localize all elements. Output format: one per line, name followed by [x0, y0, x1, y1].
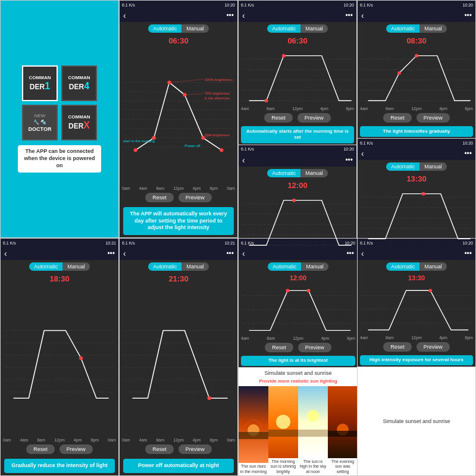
graph-line-p3	[249, 56, 352, 101]
ann-text-2b: in the afternoon	[204, 96, 230, 100]
sunset-images: The sun rises in the morning The morning…	[239, 386, 358, 475]
preview-button-p5b[interactable]: Preview	[298, 343, 331, 352]
graph-svg-p5b	[242, 284, 354, 335]
placeholder-text: Simulate sunset and sunrise	[380, 416, 452, 427]
app-header-p4: ‹ •••	[358, 9, 475, 22]
app-header-p5: ‹ •••	[239, 154, 356, 167]
graph-line-p5b	[249, 290, 350, 330]
back-button-p8[interactable]: ‹	[123, 249, 126, 258]
more-button-p8[interactable]: •••	[226, 249, 234, 258]
reset-button-p3[interactable]: Reset	[264, 113, 293, 123]
more-button-p4[interactable]: •••	[464, 11, 472, 20]
preview-button-p7[interactable]: Preview	[60, 444, 93, 454]
manual-mode-p8[interactable]: Manual	[181, 262, 209, 271]
reset-button-p4[interactable]: Reset	[383, 113, 412, 123]
status-bar-p5: 6.1 K/s 10:20	[239, 145, 356, 154]
auto-mode-p7[interactable]: Automatic	[29, 262, 62, 271]
reset-button-p7[interactable]: Reset	[26, 444, 55, 454]
more-button-p6[interactable]: •••	[464, 149, 472, 158]
dot-night	[220, 148, 223, 152]
dot-start	[134, 148, 137, 152]
reset-button-p5b[interactable]: Reset	[265, 343, 293, 352]
more-button-p5[interactable]: •••	[345, 156, 353, 164]
reset-button-p8[interactable]: Reset	[145, 444, 174, 454]
back-button-p6[interactable]: ‹	[361, 149, 364, 158]
auto-mode-p6b[interactable]: Automatic	[386, 262, 419, 271]
reset-preview-p7: Reset Preview	[1, 444, 118, 454]
sunset-bg-2	[268, 386, 298, 458]
sunset-bg-4	[328, 386, 358, 458]
preview-button-p4[interactable]: Preview	[416, 113, 450, 123]
manual-mode-p6[interactable]: Manual	[419, 162, 447, 171]
main-grid: COMMAN DER1 COMMAN DER4 NEW 🔧🔩 DOCTOR	[0, 0, 476, 476]
preview-button-p2[interactable]: Preview	[178, 193, 212, 202]
auto-mode-p2[interactable]: Automatic	[148, 24, 181, 33]
graph-labels-p3: 4am8am12pm4pm8pm	[239, 107, 356, 111]
panel-4: 6.1 K/s 10:20 ‹ ••• Automatic Manual 08:…	[358, 1, 475, 139]
manual-mode-p6b[interactable]: Manual	[419, 262, 447, 271]
app-icon-commander4[interactable]: COMMAN DER4	[61, 65, 97, 101]
auto-mode-p5[interactable]: Automatic	[267, 169, 300, 177]
dot-p8-1	[208, 396, 211, 400]
dot-p3-1	[265, 99, 268, 102]
auto-mode-p8[interactable]: Automatic	[148, 262, 181, 271]
back-button-p4[interactable]: ‹	[361, 11, 364, 20]
graph-line-p6b	[368, 290, 469, 330]
mode-toggle-p4: Automatic Manual	[358, 24, 475, 33]
graph-area-p5b	[239, 283, 358, 336]
back-button-p2[interactable]: ‹	[123, 11, 126, 20]
back-button-p3[interactable]: ‹	[242, 11, 245, 20]
caption-p3: Automatically starts after the morning t…	[241, 126, 354, 143]
panel-6b: 6.1 K/s 10:20 ‹ ••• Automatic Manual 13:…	[358, 239, 475, 367]
ann-line-2	[184, 93, 203, 95]
reset-preview-p5b: Reset Preview	[239, 343, 358, 352]
more-button-p3[interactable]: •••	[345, 11, 353, 20]
panel-7: 6.1 K/s 10:21 ‹ ••• Automatic Manual 18:…	[0, 238, 119, 476]
manual-mode-p7[interactable]: Manual	[62, 262, 90, 271]
dot-p3-2	[282, 54, 286, 58]
graph-area-p3	[239, 46, 356, 107]
mode-toggle-p6: Automatic Manual	[358, 162, 475, 171]
auto-mode-p5b[interactable]: Automatic	[268, 262, 301, 271]
app-icon-doctor[interactable]: NEW 🔧🔩 DOCTOR	[22, 105, 58, 140]
caption-p6b: High intensity exposure for several hour…	[360, 355, 473, 365]
manual-mode-p2[interactable]: Manual	[181, 24, 209, 33]
auto-mode-p3[interactable]: Automatic	[267, 24, 300, 33]
app-header-p6b: ‹ •••	[358, 247, 475, 260]
graph-area-p6b	[358, 283, 475, 336]
app-icon-commanderx[interactable]: COMMAN DERX	[61, 105, 97, 140]
preview-button-p6b[interactable]: Preview	[416, 342, 450, 352]
manual-mode-p5[interactable]: Manual	[300, 169, 328, 177]
back-button-p7[interactable]: ‹	[4, 249, 7, 258]
graph-area-p7	[1, 284, 118, 438]
manual-mode-p3[interactable]: Manual	[300, 24, 328, 33]
preview-button-p3[interactable]: Preview	[298, 113, 331, 123]
more-button-p7[interactable]: •••	[107, 249, 115, 258]
ann-line-1	[170, 79, 203, 82]
auto-mode-p6[interactable]: Automatic	[386, 162, 419, 171]
time-display-p3: 06:30	[239, 36, 356, 45]
graph-line-p5	[249, 200, 352, 245]
panel-8: 6.1 K/s 10:21 ‹ ••• Automatic Manual 21:…	[119, 238, 238, 476]
bottom-right-col2: 6.1 K/s 10:20 ‹ ••• Automatic Manual 13:…	[357, 238, 476, 476]
back-button-p6b[interactable]: ‹	[361, 249, 364, 258]
app-icon-commander1[interactable]: COMMAN DER1	[22, 65, 58, 101]
reset-button-p6b[interactable]: Reset	[383, 342, 412, 352]
more-button-p6b[interactable]: •••	[464, 249, 472, 258]
manual-mode-p4[interactable]: Manual	[419, 24, 447, 33]
dot-p5b-2	[307, 289, 311, 292]
reset-button-p2[interactable]: Reset	[145, 193, 174, 202]
dot-p6-1	[422, 192, 425, 196]
preview-button-p8[interactable]: Preview	[178, 444, 212, 454]
time-display-p7: 18:30	[1, 274, 118, 283]
sunset-caption-4: The evening sun was setting	[328, 458, 358, 475]
graph-area-p2: 100% brightness at noon 70% brightness i…	[120, 46, 237, 186]
back-button-p5[interactable]: ‹	[242, 155, 245, 165]
sunset-img-1: The sun rises in the morning	[239, 386, 268, 475]
time-display-p4: 08:30	[358, 36, 475, 45]
more-button-p2[interactable]: •••	[226, 11, 234, 20]
dot-p7-1	[79, 356, 83, 360]
bottom-right-col1: 6.1 K/s 10:20 ‹ ••• Automatic Manual 12:…	[238, 238, 357, 476]
auto-mode-p4[interactable]: Automatic	[386, 24, 419, 33]
manual-mode-p5b[interactable]: Manual	[301, 262, 328, 271]
